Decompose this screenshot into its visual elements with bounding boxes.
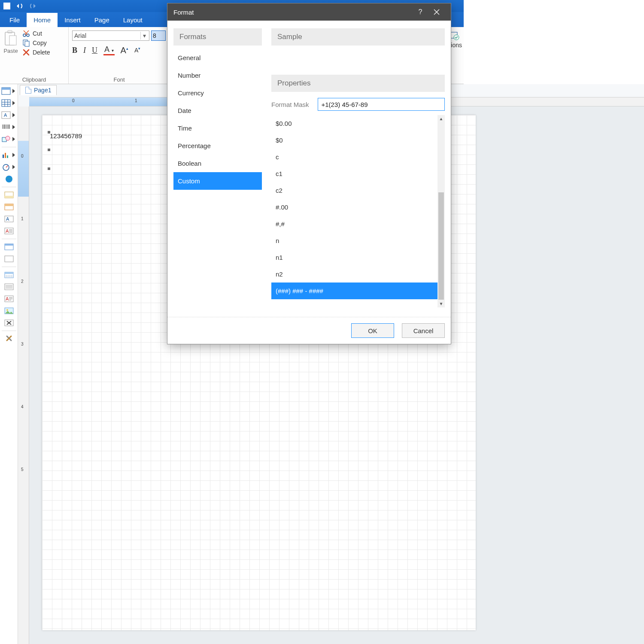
tool-map[interactable] [1, 173, 17, 185]
properties-header: Properties [271, 75, 445, 92]
tool-calendar[interactable] [1, 269, 17, 281]
format-category-general[interactable]: General [173, 49, 262, 67]
mask-option[interactable]: c2 [271, 182, 437, 199]
tab-home[interactable]: Home [27, 13, 58, 27]
scroll-up-icon[interactable]: ▲ [437, 115, 445, 122]
tool-image[interactable] [1, 305, 17, 317]
tool-chart[interactable] [1, 149, 17, 161]
svg-rect-40 [5, 244, 13, 246]
format-mask-list: $0.00 $0 c c1 c2 #.00 #,# n n1 n2 (###) … [271, 115, 445, 307]
cut-button[interactable]: Cut [22, 30, 50, 37]
mask-option[interactable]: c1 [271, 165, 437, 182]
tool-richtext[interactable]: A [1, 293, 17, 305]
paste-button[interactable]: Paste [3, 29, 21, 76]
tool-textbox-lines[interactable]: A [1, 225, 17, 237]
tab-layout[interactable]: Layout [116, 13, 149, 27]
tool-settings[interactable] [1, 333, 17, 345]
mask-option[interactable]: c [271, 149, 437, 165]
svg-rect-14 [2, 100, 10, 106]
format-category-time[interactable]: Time [173, 119, 262, 137]
cut-label: Cut [33, 30, 42, 37]
mask-option[interactable]: n2 [271, 266, 437, 283]
chevron-down-icon[interactable]: ▾ [140, 32, 148, 39]
tool-barcode[interactable] [1, 121, 17, 133]
italic-button[interactable]: I [83, 46, 86, 55]
font-color-button[interactable]: A ▾ [103, 45, 115, 55]
copy-label: Copy [33, 39, 47, 46]
shrink-font-button[interactable]: A▾ [134, 46, 140, 54]
svg-rect-26 [3, 155, 4, 158]
ruler-v-3: 3 [21, 342, 24, 346]
format-mask-label: Format Mask [271, 101, 309, 108]
scrollbar[interactable]: ▲ ▼ [437, 115, 445, 307]
dialog-titlebar[interactable]: Format ? [167, 3, 451, 21]
font-size-input[interactable]: 8 [151, 30, 166, 41]
svg-point-25 [6, 136, 10, 140]
format-category-list: General Number Currency Date Time Percen… [173, 49, 262, 190]
format-category-percentage[interactable]: Percentage [173, 137, 262, 155]
save-icon[interactable] [3, 2, 11, 10]
svg-rect-9 [25, 41, 29, 46]
tool-rect-plain[interactable] [1, 253, 17, 265]
tab-file[interactable]: File [3, 13, 27, 27]
cancel-button[interactable]: Cancel [402, 323, 445, 338]
selection-handle[interactable] [48, 149, 50, 151]
tool-text[interactable]: A [1, 109, 17, 121]
selection-handle[interactable] [48, 167, 50, 170]
delete-label: Delete [33, 49, 50, 56]
mask-option[interactable]: $0.00 [271, 115, 437, 132]
tab-page[interactable]: Page [88, 13, 116, 27]
ok-button[interactable]: OK [351, 323, 394, 338]
format-mask-input[interactable] [318, 98, 445, 111]
formats-header: Formats [173, 28, 262, 46]
format-category-custom[interactable]: Custom [173, 172, 262, 190]
scroll-thumb[interactable] [438, 192, 444, 300]
svg-text:A: A [6, 228, 9, 234]
svg-text:A: A [4, 112, 7, 118]
close-icon[interactable] [428, 3, 445, 21]
selection-handle[interactable] [48, 131, 50, 134]
mask-option[interactable]: #.00 [271, 199, 437, 216]
svg-rect-28 [7, 155, 8, 158]
svg-rect-5 [9, 36, 16, 45]
format-category-currency[interactable]: Currency [173, 84, 262, 102]
mask-option[interactable]: n [271, 232, 437, 249]
tool-list[interactable] [1, 281, 17, 293]
redo-icon[interactable] [28, 2, 37, 10]
font-size-value: 8 [153, 32, 156, 39]
page-tab-1[interactable]: Page1 [20, 85, 57, 95]
font-family-select[interactable]: Arial ▾ [72, 30, 149, 41]
tool-textbox[interactable]: A [1, 213, 17, 225]
format-category-date[interactable]: Date [173, 102, 262, 119]
tab-insert[interactable]: Insert [58, 13, 88, 27]
tool-table[interactable] [1, 97, 17, 109]
tool-panel-yellow[interactable] [1, 189, 17, 201]
tool-shape[interactable] [1, 133, 17, 145]
mask-option[interactable]: #,# [271, 216, 437, 232]
tool-rect-blue[interactable] [1, 241, 17, 253]
tool-panel-orange[interactable] [1, 201, 17, 213]
grow-font-button[interactable]: A▴ [121, 46, 128, 55]
ruler-v-4: 4 [21, 404, 24, 409]
text-object[interactable]: 123456789 [49, 132, 83, 140]
mask-option[interactable]: n1 [271, 249, 437, 266]
undo-icon[interactable] [15, 2, 24, 10]
svg-rect-32 [5, 196, 13, 198]
mask-option[interactable]: (###) ### - #### [271, 283, 437, 299]
tool-band[interactable] [1, 85, 17, 97]
svg-rect-43 [5, 272, 13, 274]
tool-gauge[interactable] [1, 161, 17, 173]
help-icon[interactable]: ? [412, 3, 428, 21]
tool-remove[interactable] [1, 317, 17, 329]
svg-rect-41 [5, 256, 13, 262]
mask-option[interactable]: $0 [271, 132, 437, 149]
format-category-boolean[interactable]: Boolean [173, 155, 262, 172]
bold-button[interactable]: B [72, 46, 77, 55]
copy-button[interactable]: Copy [22, 39, 50, 47]
scroll-down-icon[interactable]: ▼ [437, 300, 445, 307]
svg-point-48 [6, 309, 8, 311]
delete-button[interactable]: Delete [22, 49, 50, 56]
svg-text:A: A [6, 296, 9, 301]
format-category-number[interactable]: Number [173, 67, 262, 84]
underline-button[interactable]: U [92, 46, 97, 55]
